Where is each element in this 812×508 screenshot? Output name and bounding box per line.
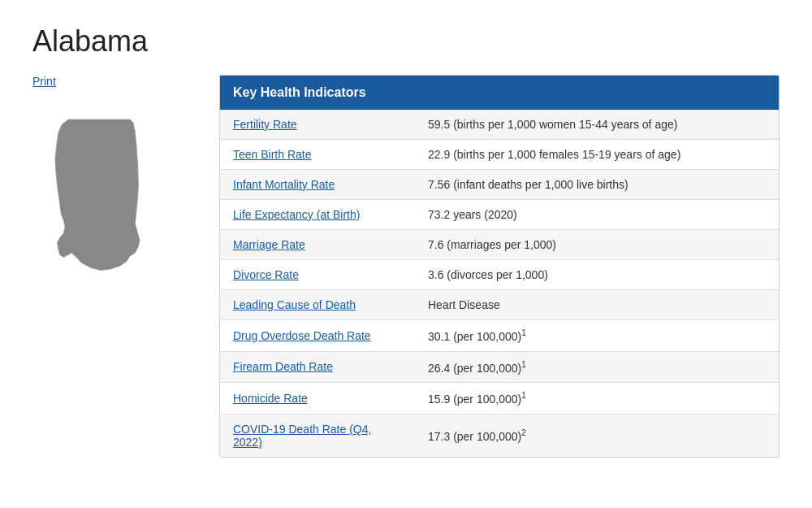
indicator-value: 7.56 (infant deaths per 1,000 live birth…: [415, 170, 779, 199]
table-row: Firearm Death Rate26.4 (per 100,000)1: [220, 352, 779, 384]
table-header: Key Health Indicators: [220, 76, 779, 110]
indicator-name: Life Expectancy (at Birth): [220, 200, 415, 229]
indicator-value: 17.3 (per 100,000)2: [415, 420, 779, 451]
indicator-link[interactable]: Life Expectancy (at Birth): [233, 208, 360, 221]
table-row: Divorce Rate3.6 (divorces per 1,000): [220, 260, 779, 290]
indicators-table: Key Health Indicators Fertility Rate59.5…: [219, 75, 780, 458]
indicator-value: 15.9 (per 100,000)1: [415, 383, 779, 414]
indicator-value: 22.9 (births per 1,000 females 15-19 yea…: [415, 140, 779, 169]
table-row: Life Expectancy (at Birth)73.2 years (20…: [220, 200, 779, 230]
indicator-name: Drug Overdose Death Rate: [220, 321, 415, 350]
table-row: Homicide Rate15.9 (per 100,000)1: [220, 383, 779, 415]
left-panel: Print: [32, 75, 195, 458]
indicator-value: 3.6 (divorces per 1,000): [415, 260, 779, 289]
indicator-name: Marriage Rate: [220, 230, 415, 259]
indicator-name: Infant Mortality Rate: [220, 170, 415, 199]
indicator-value: 7.6 (marriages per 1,000): [415, 230, 779, 259]
indicator-name: Fertility Rate: [220, 110, 415, 139]
table-row: Fertility Rate59.5 (births per 1,000 wom…: [220, 110, 779, 140]
table-row: Marriage Rate7.6 (marriages per 1,000): [220, 230, 779, 260]
table-row: Leading Cause of DeathHeart Disease: [220, 290, 779, 320]
indicator-link[interactable]: Firearm Death Rate: [233, 360, 333, 373]
indicator-link[interactable]: Fertility Rate: [233, 118, 297, 131]
indicator-value: 59.5 (births per 1,000 women 15-44 years…: [415, 110, 779, 139]
table-row: COVID-19 Death Rate (Q4, 2022)17.3 (per …: [220, 415, 779, 457]
indicator-link[interactable]: Marriage Rate: [233, 238, 305, 251]
footnote-sup: 1: [521, 360, 526, 369]
indicator-name: Divorce Rate: [220, 260, 415, 289]
indicator-link[interactable]: Teen Birth Rate: [233, 148, 312, 161]
indicator-value: 30.1 (per 100,000)1: [415, 320, 779, 351]
footnote-sup: 1: [521, 328, 526, 337]
state-map: [32, 112, 162, 285]
table-row: Teen Birth Rate22.9 (births per 1,000 fe…: [220, 140, 779, 170]
footnote-sup: 1: [521, 391, 526, 400]
indicator-value: 26.4 (per 100,000)1: [415, 352, 779, 383]
page-title: Alabama: [32, 24, 780, 59]
footnote-sup: 2: [521, 428, 526, 437]
indicator-value: Heart Disease: [415, 290, 779, 319]
indicator-link[interactable]: Leading Cause of Death: [233, 298, 356, 311]
print-link[interactable]: Print: [32, 75, 56, 88]
main-content: Print Key Health Indicators Fertility Ra…: [32, 75, 780, 458]
table-row: Infant Mortality Rate7.56 (infant deaths…: [220, 170, 779, 200]
indicator-link[interactable]: Homicide Rate: [233, 392, 308, 405]
right-panel: Key Health Indicators Fertility Rate59.5…: [219, 75, 780, 458]
page: Alabama Print Key Health Indicators Fert…: [0, 0, 812, 508]
indicator-link[interactable]: Divorce Rate: [233, 268, 299, 281]
indicator-name: Leading Cause of Death: [220, 290, 415, 319]
indicator-name: Teen Birth Rate: [220, 140, 415, 169]
indicator-link[interactable]: COVID-19 Death Rate (Q4, 2022): [233, 423, 371, 449]
table-body: Fertility Rate59.5 (births per 1,000 wom…: [220, 110, 779, 457]
indicator-link[interactable]: Drug Overdose Death Rate: [233, 329, 371, 342]
indicator-link[interactable]: Infant Mortality Rate: [233, 178, 335, 191]
indicator-name: Firearm Death Rate: [220, 352, 415, 381]
indicator-name: COVID-19 Death Rate (Q4, 2022): [220, 415, 415, 457]
indicator-name: Homicide Rate: [220, 384, 415, 413]
table-row: Drug Overdose Death Rate30.1 (per 100,00…: [220, 320, 779, 352]
indicator-value: 73.2 years (2020): [415, 200, 779, 229]
